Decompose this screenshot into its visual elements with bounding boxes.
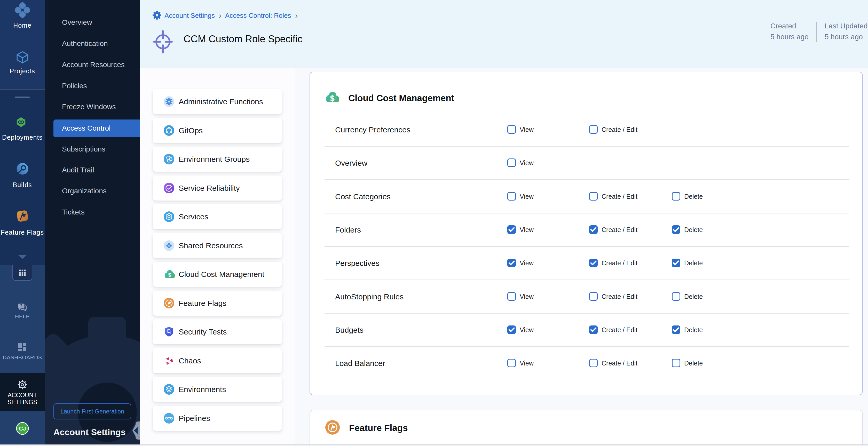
svg-text:?: ? [20,304,23,309]
svg-text:$: $ [330,94,334,103]
svg-text:CJ: CJ [19,425,26,432]
svg-text:$: $ [168,272,171,278]
